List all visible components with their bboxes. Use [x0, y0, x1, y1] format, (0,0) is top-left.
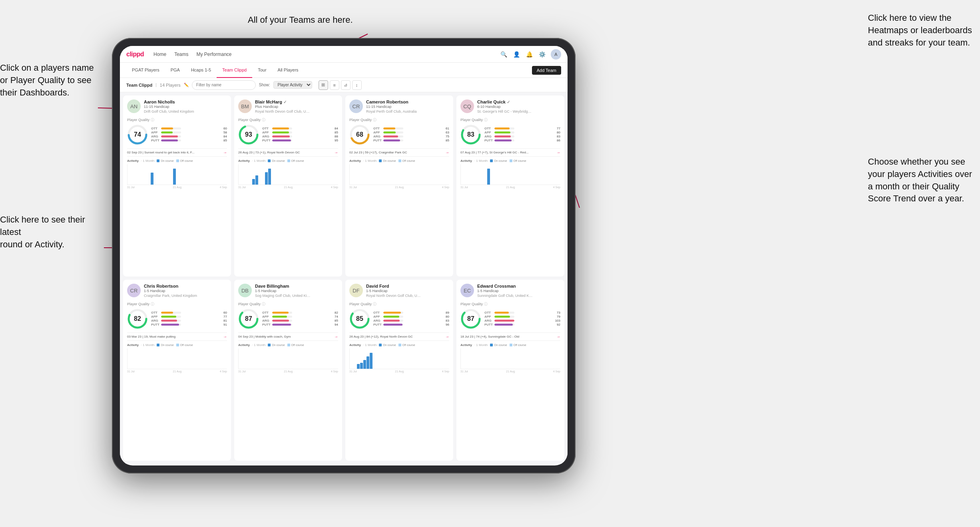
stat-app-value: 63: [446, 131, 449, 134]
player-avatar: AN: [127, 99, 141, 113]
latest-round[interactable]: 02 Sep 23 | Sunset round to get back int…: [127, 148, 227, 157]
quality-info-icon[interactable]: ⓘ: [484, 117, 488, 123]
player-name[interactable]: Blair McHarg ✓: [255, 99, 338, 105]
quality-content[interactable]: 74 OTT 60 APP 58 ARG 84: [127, 124, 227, 145]
latest-round[interactable]: 18 Jul 23 | 74 (+4), Sunningdale GC - Ol…: [460, 332, 560, 341]
latest-round-arrow[interactable]: →: [334, 150, 338, 155]
activity-period[interactable]: · 1 Month: [252, 159, 265, 163]
quality-score-ring[interactable]: 74: [127, 124, 148, 145]
logo[interactable]: clippd: [126, 51, 144, 58]
quality-content[interactable]: 87 OTT 82 APP 74 ARG 85: [238, 308, 338, 329]
player-card: CR Cameron Robertson 11-15 Handicap Roya…: [345, 95, 453, 276]
player-name[interactable]: Edward Crossman: [477, 284, 560, 289]
latest-round[interactable]: 02 Jul 23 | 59 (+17), Craigmillar Park G…: [349, 148, 449, 157]
latest-round[interactable]: 26 Aug 23 | 84 (+12), Royal North Devon …: [349, 332, 449, 341]
stat-app-value: 85: [335, 131, 338, 134]
quality-content[interactable]: 83 OTT 77 APP 80 ARG 83: [460, 124, 560, 145]
show-select[interactable]: Player Activity: [273, 81, 312, 89]
quality-label: Player Quality ⓘ: [460, 117, 560, 123]
latest-round-text: 04 Sep 23 | Mobility with coach, Gym: [238, 335, 334, 338]
activity-period[interactable]: · 1 Month: [474, 159, 488, 163]
tab-pga[interactable]: PGA: [165, 63, 185, 78]
grid-view-button[interactable]: ⊞: [319, 80, 328, 90]
off-course-dot: [510, 159, 512, 162]
tab-all-players[interactable]: All Players: [272, 63, 304, 78]
person-icon[interactable]: 👤: [512, 50, 520, 58]
tab-team-clippd[interactable]: Team Clippd: [217, 63, 252, 78]
player-name[interactable]: Cameron Robertson: [366, 99, 449, 105]
search-icon[interactable]: 🔍: [500, 50, 508, 58]
latest-round-arrow[interactable]: →: [223, 150, 227, 155]
quality-info-icon[interactable]: ⓘ: [373, 302, 376, 307]
activity-period[interactable]: · 1 Month: [141, 159, 154, 163]
latest-round[interactable]: 07 Aug 23 | 77 (+7), St George's Hill GC…: [460, 148, 560, 157]
quality-score-ring[interactable]: 68: [349, 124, 370, 145]
quality-score-ring[interactable]: 85: [349, 308, 370, 329]
activity-period[interactable]: · 1 Month: [252, 343, 265, 347]
quality-score-ring[interactable]: 82: [127, 308, 148, 329]
quality-content[interactable]: 85 OTT 89 APP 80 ARG 83: [349, 308, 449, 329]
edit-team-icon[interactable]: ✏️: [184, 83, 189, 87]
stat-arg-bar-container: [272, 135, 292, 137]
stat-ott-value: 82: [335, 311, 338, 314]
bell-icon[interactable]: 🔔: [525, 50, 533, 58]
quality-info-icon[interactable]: ⓘ: [484, 302, 488, 307]
player-name[interactable]: Aaron Nicholls: [144, 99, 227, 105]
quality-score-ring[interactable]: 93: [238, 124, 259, 145]
latest-round-arrow[interactable]: →: [445, 150, 449, 155]
filter-button[interactable]: ⊿: [341, 80, 351, 90]
tab-pgat-players[interactable]: PGAT Players: [126, 63, 165, 78]
off-course-label: Off course: [180, 344, 193, 346]
add-team-button[interactable]: Add Team: [532, 66, 561, 75]
player-name[interactable]: David Ford: [366, 284, 449, 289]
sort-button[interactable]: ↕: [352, 80, 362, 90]
stat-ott-label: OTT: [262, 311, 271, 314]
list-view-button[interactable]: ≡: [330, 80, 339, 90]
chart-dates: 31 Jul 21 Aug 4 Sep: [127, 186, 227, 189]
stat-putt-value: 94: [335, 323, 338, 326]
latest-round[interactable]: 26 Aug 23 | 73 (+1), Royal North Devon G…: [238, 148, 338, 157]
avatar[interactable]: A: [551, 49, 561, 60]
quality-content[interactable]: 93 OTT 84 APP 85 ARG 88: [238, 124, 338, 145]
stats-grid: OTT 60 APP 58 ARG 84 PUTT: [151, 127, 227, 142]
quality-info-icon[interactable]: ⓘ: [151, 117, 154, 123]
date-end: 4 Sep: [220, 186, 227, 189]
stat-ott-bar: [494, 127, 510, 129]
quality-content[interactable]: 68 OTT 61 APP 63 ARG 75: [349, 124, 449, 145]
tab-hcaps[interactable]: Hcaps 1-5: [185, 63, 217, 78]
player-name[interactable]: Charlie Quick ✓: [477, 99, 560, 105]
chart-dates: 31 Jul 21 Aug 4 Sep: [460, 370, 560, 373]
quality-info-icon[interactable]: ⓘ: [262, 117, 265, 123]
player-name[interactable]: Dave Billingham: [255, 284, 338, 289]
quality-content[interactable]: 87 OTT 73 APP 79 ARG 103: [460, 308, 560, 329]
quality-info-icon[interactable]: ⓘ: [373, 117, 376, 123]
latest-round-arrow[interactable]: →: [334, 334, 338, 339]
on-course-dot: [157, 344, 159, 346]
latest-round-arrow[interactable]: →: [556, 150, 560, 155]
nav-home[interactable]: Home: [153, 52, 166, 57]
activity-period[interactable]: · 1 Month: [141, 343, 154, 347]
on-course-dot: [490, 159, 493, 162]
quality-score-ring[interactable]: 87: [460, 308, 481, 329]
activity-period[interactable]: · 1 Month: [363, 159, 376, 163]
latest-round-arrow[interactable]: →: [556, 334, 560, 339]
quality-score-ring[interactable]: 83: [460, 124, 481, 145]
latest-round[interactable]: 03 Mar 23 | 19, Must make putting →: [127, 332, 227, 341]
latest-round-arrow[interactable]: →: [223, 334, 227, 339]
activity-period[interactable]: · 1 Month: [363, 343, 376, 347]
quality-score-ring[interactable]: 87: [238, 308, 259, 329]
tab-tour[interactable]: Tour: [252, 63, 272, 78]
quality-info-icon[interactable]: ⓘ: [151, 302, 154, 307]
quality-content[interactable]: 82 OTT 60 APP 77 ARG 81: [127, 308, 227, 329]
player-header: DF David Ford 1-5 Handicap Royal North D…: [349, 284, 449, 298]
nav-my-performance[interactable]: My Performance: [196, 52, 231, 57]
settings-icon[interactable]: ⚙️: [538, 50, 546, 58]
activity-period[interactable]: · 1 Month: [474, 343, 488, 347]
quality-info-icon[interactable]: ⓘ: [262, 302, 265, 307]
player-name[interactable]: Chris Robertson: [144, 284, 227, 289]
nav-teams[interactable]: Teams: [174, 52, 188, 57]
legend-off-course: Off course: [287, 344, 304, 346]
latest-round-arrow[interactable]: →: [445, 334, 449, 339]
filter-input[interactable]: [192, 80, 256, 90]
latest-round[interactable]: 04 Sep 23 | Mobility with coach, Gym →: [238, 332, 338, 341]
